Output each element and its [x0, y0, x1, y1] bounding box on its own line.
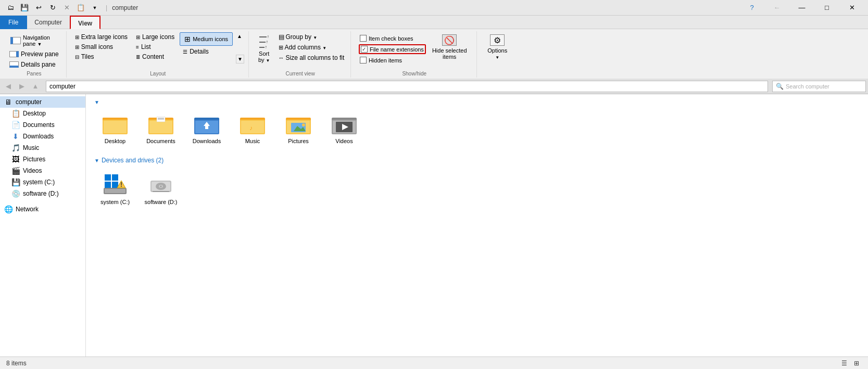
address-bar[interactable]: computer — [46, 81, 768, 92]
drive-software-d[interactable]: software (D:) — [140, 168, 182, 209]
svg-rect-17 — [241, 121, 264, 133]
list-item[interactable]: ≡ List — [133, 42, 178, 52]
delete-btn[interactable]: ✕ — [60, 2, 73, 14]
tiles-item[interactable]: ⊟ Tiles — [72, 52, 131, 61]
svg-rect-32 — [105, 182, 111, 188]
layout-scroll-up[interactable]: ▲ — [236, 32, 244, 40]
close-button[interactable]: ✕ — [840, 0, 864, 16]
show-hide-label: Show/hide — [402, 70, 426, 77]
folder-documents-icon — [148, 113, 173, 136]
forward-button[interactable]: ▶ — [16, 80, 28, 93]
navigation-pane-button[interactable]: Navigationpane ▼ — [6, 32, 54, 49]
medium-icons-button[interactable]: ⊞ Medium icons — [180, 32, 233, 46]
window-title: computer — [112, 4, 138, 11]
size-all-columns-button[interactable]: ↔ Size all columns to fit — [276, 53, 347, 62]
layout-scroll: ▲ ▼ — [236, 32, 244, 63]
properties-btn[interactable]: 📋 — [74, 2, 87, 14]
folder-desktop[interactable]: Desktop — [94, 109, 136, 148]
sidebar-item-pictures[interactable]: 🖼 Pictures — [0, 154, 85, 165]
details-view-toggle[interactable]: ☰ — [839, 359, 849, 367]
layout-col-1: ⊞ Extra large icons ⊞ Small icons ⊟ Tile… — [72, 32, 131, 61]
tab-view[interactable]: View — [70, 16, 100, 29]
file-name-extensions-checkbox[interactable] — [361, 46, 368, 53]
content-area: ▼ Desktop — [86, 94, 868, 357]
qa-dropdown[interactable]: ▼ — [89, 2, 101, 14]
hidden-items-row: Hidden items — [359, 56, 426, 64]
folder-videos-name: Videos — [335, 138, 353, 144]
folder-music-name: Music — [245, 138, 260, 144]
drives-section-header[interactable]: ▼ Devices and drives (2) — [94, 157, 860, 164]
search-bar[interactable]: 🔍 Search computer — [772, 81, 866, 92]
sidebar-item-downloads[interactable]: ⬇ Downloads — [0, 131, 85, 142]
quick-access-toolbar: 🗂 💾 ↩ ↻ ✕ 📋 ▼ | computer — [4, 2, 138, 14]
details-item[interactable]: ☰ Details — [180, 47, 233, 56]
folder-documents-name: Documents — [146, 138, 175, 144]
folders-section-header[interactable]: ▼ — [94, 99, 860, 105]
minimize-button[interactable]: — — [790, 0, 814, 16]
sidebar: 🖥 computer 📋 Desktop 📄 Documents ⬇ Downl… — [0, 94, 86, 357]
folder-videos[interactable]: Videos — [323, 109, 365, 148]
window-controls: ? ← — □ ✕ — [740, 0, 864, 16]
maximize-button[interactable]: □ — [815, 0, 839, 16]
group-by-button[interactable]: ▤ Group by ▼ — [276, 32, 347, 42]
folder-downloads[interactable]: Downloads — [186, 109, 228, 148]
sidebar-item-music[interactable]: 🎵 Music — [0, 142, 85, 154]
details-pane-button[interactable]: Details pane — [6, 59, 59, 70]
undo-btn[interactable]: ↩ — [32, 2, 45, 14]
sidebar-network-label: Network — [16, 206, 39, 213]
sidebar-item-system-c[interactable]: 💾 system (C:) — [0, 176, 85, 188]
sidebar-item-desktop[interactable]: 📋 Desktop — [0, 108, 85, 119]
folder-documents[interactable]: Documents — [140, 109, 182, 148]
layout-label: Layout — [150, 70, 166, 77]
sidebar-item-network[interactable]: 🌐 Network — [0, 203, 85, 215]
item-check-boxes-checkbox[interactable] — [360, 35, 367, 42]
content-item[interactable]: ≣ Content — [133, 52, 178, 61]
preview-pane-button[interactable]: Preview pane — [6, 49, 62, 59]
drive-system-c[interactable]: ! system (C:) — [94, 168, 136, 209]
drives-section-label: Devices and drives (2) — [102, 157, 163, 164]
system-c-icon: 💾 — [11, 178, 20, 186]
sidebar-item-documents[interactable]: 📄 Documents — [0, 119, 85, 131]
details-pane-label: Details pane — [21, 61, 56, 68]
back-arrow[interactable]: ← — [765, 0, 789, 16]
folder-music[interactable]: ♪ Music — [232, 109, 273, 148]
large-icons-view-toggle[interactable]: ⊞ — [851, 359, 862, 367]
sort-by-button[interactable]: ↑ ↑ ↑ Sortby ▼ — [254, 32, 274, 65]
options-content: ⚙ Options▼ — [482, 32, 512, 75]
drive-software-d-name: software (D:) — [145, 199, 178, 205]
desktop-icon: 📋 — [11, 109, 20, 118]
address-bar-row: ◀ ▶ ▲ computer 🔍 Search computer — [0, 79, 868, 94]
back-button[interactable]: ◀ — [2, 80, 15, 93]
large-icons-item[interactable]: ⊞ Large icons — [133, 32, 178, 42]
layout-expand[interactable]: ▼ — [236, 55, 244, 63]
extra-large-icons-item[interactable]: ⊞ Extra large icons — [72, 32, 131, 42]
drives-grid: ! system (C:) — [94, 168, 860, 209]
add-columns-button[interactable]: ⊞ Add columns ▼ — [276, 43, 347, 52]
svg-rect-43 — [153, 191, 169, 192]
options-button[interactable]: ⚙ Options▼ — [482, 32, 512, 62]
search-bar-area: 🔍 Search computer — [772, 81, 866, 92]
help-btn[interactable]: ? — [740, 0, 764, 16]
hidden-items-checkbox[interactable] — [360, 57, 367, 63]
ribbon-tabs: File Computer View — [0, 16, 868, 29]
save-btn[interactable]: 💾 — [18, 2, 31, 14]
svg-rect-35 — [105, 189, 125, 193]
folder-videos-icon — [332, 113, 357, 136]
address-path: computer — [49, 83, 76, 90]
tab-file[interactable]: File — [0, 16, 27, 29]
music-icon: 🎵 — [11, 144, 20, 152]
sidebar-documents-label: Documents — [23, 121, 55, 129]
tab-computer[interactable]: Computer — [27, 16, 70, 29]
hide-selected-items-button[interactable]: 🚫 Hide selecteditems — [429, 32, 470, 62]
sidebar-item-videos[interactable]: 🎬 Videos — [0, 165, 85, 176]
small-icons-item[interactable]: ⊞ Small icons — [72, 42, 131, 52]
folder-pictures[interactable]: Pictures — [278, 109, 319, 148]
sidebar-item-computer[interactable]: 🖥 computer — [0, 96, 85, 108]
cv-buttons: ▤ Group by ▼ ⊞ Add columns ▼ ↔ Size all … — [276, 32, 347, 62]
up-button[interactable]: ▲ — [29, 80, 42, 93]
refresh-btn[interactable]: ↻ — [46, 2, 59, 14]
software-d-icon: 💿 — [11, 189, 20, 198]
svg-text:!: ! — [120, 181, 122, 188]
main-area: 🖥 computer 📋 Desktop 📄 Documents ⬇ Downl… — [0, 94, 868, 357]
sidebar-item-software-d[interactable]: 💿 software (D:) — [0, 188, 85, 199]
